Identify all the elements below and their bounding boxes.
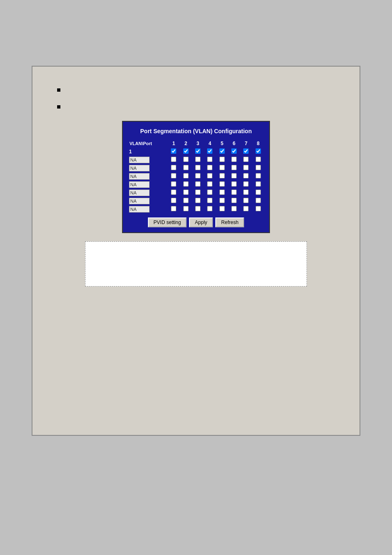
vlan-checkbox-r4-c8[interactable] (256, 181, 261, 187)
vlan-check-cell-r5-c7[interactable] (240, 189, 252, 197)
vlan-check-cell-r0-c7[interactable] (240, 148, 252, 156)
vlan-cell-name[interactable] (128, 205, 168, 213)
vlan-check-cell-r6-c7[interactable] (240, 197, 252, 205)
vlan-check-cell-r2-c3[interactable] (192, 164, 204, 172)
vlan-check-cell-r3-c5[interactable] (216, 172, 228, 180)
vlan-check-cell-r5-c2[interactable] (180, 189, 192, 197)
vlan-check-cell-r6-c4[interactable] (204, 197, 216, 205)
vlan-name-input[interactable] (129, 190, 150, 196)
vlan-checkbox-r1-c8[interactable] (256, 157, 261, 162)
vlan-checkbox-r3-c1[interactable] (171, 173, 176, 178)
vlan-checkbox-r7-c5[interactable] (219, 206, 225, 211)
vlan-name-input[interactable] (129, 157, 150, 163)
vlan-cell-name[interactable] (128, 197, 168, 205)
vlan-name-input[interactable] (129, 173, 150, 180)
vlan-checkbox-r1-c6[interactable] (231, 157, 237, 162)
vlan-check-cell-r4-c2[interactable] (180, 180, 192, 189)
vlan-checkbox-r6-c8[interactable] (256, 198, 261, 203)
vlan-checkbox-r3-c5[interactable] (219, 173, 225, 178)
vlan-checkbox-r5-c5[interactable] (219, 190, 225, 195)
vlan-check-cell-r4-c3[interactable] (192, 180, 204, 189)
vlan-check-cell-r6-c5[interactable] (216, 197, 228, 205)
vlan-checkbox-r5-c7[interactable] (243, 190, 249, 195)
vlan-check-cell-r6-c1[interactable] (168, 197, 180, 205)
vlan-checkbox-r2-c8[interactable] (256, 165, 261, 170)
vlan-checkbox-r0-c1[interactable] (171, 148, 176, 154)
vlan-check-cell-r3-c2[interactable] (180, 172, 192, 180)
vlan-checkbox-r6-c5[interactable] (219, 198, 225, 203)
vlan-checkbox-r0-c6[interactable] (231, 148, 237, 154)
vlan-check-cell-r7-c8[interactable] (252, 205, 264, 213)
vlan-checkbox-r4-c6[interactable] (231, 181, 237, 187)
vlan-check-cell-r0-c2[interactable] (180, 148, 192, 156)
vlan-checkbox-r1-c5[interactable] (219, 157, 225, 162)
refresh-button[interactable]: Refresh (215, 217, 244, 227)
vlan-check-cell-r5-c6[interactable] (228, 189, 240, 197)
vlan-check-cell-r2-c6[interactable] (228, 164, 240, 172)
vlan-cell-name[interactable] (128, 180, 168, 189)
vlan-check-cell-r7-c1[interactable] (168, 205, 180, 213)
vlan-check-cell-r5-c3[interactable] (192, 189, 204, 197)
vlan-checkbox-r3-c8[interactable] (256, 173, 261, 178)
vlan-checkbox-r7-c2[interactable] (183, 206, 189, 211)
vlan-name-input[interactable] (129, 181, 150, 188)
vlan-check-cell-r0-c1[interactable] (168, 148, 180, 156)
vlan-name-input[interactable] (129, 206, 150, 213)
vlan-check-cell-r1-c1[interactable] (168, 156, 180, 164)
vlan-check-cell-r0-c5[interactable] (216, 148, 228, 156)
vlan-checkbox-r2-c1[interactable] (171, 165, 176, 170)
vlan-checkbox-r5-c3[interactable] (195, 190, 201, 195)
vlan-check-cell-r5-c5[interactable] (216, 189, 228, 197)
vlan-check-cell-r6-c2[interactable] (180, 197, 192, 205)
vlan-checkbox-r4-c1[interactable] (171, 181, 176, 187)
vlan-check-cell-r6-c6[interactable] (228, 197, 240, 205)
vlan-checkbox-r0-c5[interactable] (219, 148, 225, 154)
vlan-checkbox-r1-c3[interactable] (195, 157, 201, 162)
vlan-check-cell-r3-c6[interactable] (228, 172, 240, 180)
vlan-checkbox-r0-c8[interactable] (256, 148, 261, 154)
vlan-checkbox-r1-c4[interactable] (207, 157, 212, 162)
vlan-check-cell-r3-c7[interactable] (240, 172, 252, 180)
vlan-checkbox-r6-c4[interactable] (207, 198, 212, 203)
vlan-check-cell-r0-c4[interactable] (204, 148, 216, 156)
vlan-checkbox-r4-c4[interactable] (207, 181, 212, 187)
vlan-check-cell-r1-c7[interactable] (240, 156, 252, 164)
apply-button[interactable]: Apply (189, 217, 213, 227)
vlan-checkbox-r1-c7[interactable] (243, 157, 249, 162)
vlan-checkbox-r7-c3[interactable] (195, 206, 201, 211)
vlan-cell-name[interactable] (128, 164, 168, 172)
vlan-check-cell-r5-c8[interactable] (252, 189, 264, 197)
vlan-checkbox-r3-c3[interactable] (195, 173, 201, 178)
vlan-checkbox-r2-c7[interactable] (243, 165, 249, 170)
vlan-check-cell-r4-c7[interactable] (240, 180, 252, 189)
vlan-checkbox-r0-c4[interactable] (207, 148, 212, 154)
vlan-checkbox-r4-c7[interactable] (243, 181, 249, 187)
vlan-check-cell-r3-c4[interactable] (204, 172, 216, 180)
vlan-checkbox-r6-c1[interactable] (171, 198, 176, 203)
vlan-checkbox-r7-c6[interactable] (231, 206, 237, 211)
vlan-check-cell-r2-c4[interactable] (204, 164, 216, 172)
vlan-check-cell-r4-c4[interactable] (204, 180, 216, 189)
vlan-checkbox-r6-c6[interactable] (231, 198, 237, 203)
vlan-check-cell-r4-c5[interactable] (216, 180, 228, 189)
vlan-checkbox-r7-c1[interactable] (171, 206, 176, 211)
vlan-check-cell-r3-c3[interactable] (192, 172, 204, 180)
vlan-checkbox-r1-c2[interactable] (183, 157, 189, 162)
vlan-checkbox-r1-c1[interactable] (171, 157, 176, 162)
vlan-check-cell-r7-c2[interactable] (180, 205, 192, 213)
vlan-check-cell-r7-c5[interactable] (216, 205, 228, 213)
vlan-name-input[interactable] (129, 198, 150, 204)
vlan-check-cell-r7-c4[interactable] (204, 205, 216, 213)
vlan-check-cell-r0-c8[interactable] (252, 148, 264, 156)
vlan-check-cell-r4-c8[interactable] (252, 180, 264, 189)
vlan-check-cell-r5-c4[interactable] (204, 189, 216, 197)
vlan-check-cell-r0-c3[interactable] (192, 148, 204, 156)
vlan-check-cell-r2-c8[interactable] (252, 164, 264, 172)
vlan-check-cell-r1-c4[interactable] (204, 156, 216, 164)
vlan-checkbox-r0-c7[interactable] (243, 148, 249, 154)
vlan-check-cell-r4-c1[interactable] (168, 180, 180, 189)
vlan-checkbox-r6-c7[interactable] (243, 198, 249, 203)
vlan-check-cell-r7-c7[interactable] (240, 205, 252, 213)
vlan-checkbox-r2-c5[interactable] (219, 165, 225, 170)
vlan-checkbox-r2-c3[interactable] (195, 165, 201, 170)
